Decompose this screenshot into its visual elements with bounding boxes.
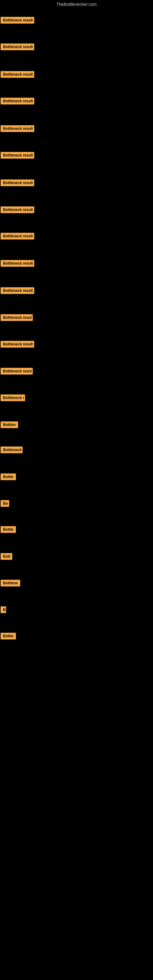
bottleneck-badge-9[interactable]: Bottleneck result	[1, 233, 34, 240]
result-row: Bottleneck result	[1, 98, 34, 106]
bottleneck-badge-19[interactable]: Bo	[1, 500, 9, 507]
site-title: TheBottlenecker.com	[0, 0, 153, 9]
bottleneck-badge-24[interactable]: Bottle	[1, 633, 16, 640]
bottleneck-badge-23[interactable]: B	[1, 606, 6, 613]
bottleneck-badge-13[interactable]: Bottleneck result	[1, 341, 34, 348]
result-row: Bottleneck result	[1, 17, 34, 25]
result-row: Bottleneck	[1, 447, 22, 455]
result-row: Bottleneck result	[1, 287, 34, 295]
result-row: Bottleneck result	[1, 43, 34, 51]
result-row: Bottleneck result	[1, 180, 34, 188]
bottleneck-badge-2[interactable]: Bottleneck result	[1, 43, 34, 50]
result-row: Bottleneck result	[1, 341, 34, 349]
result-row: Bottleneck r	[1, 395, 25, 402]
bottleneck-badge-20[interactable]: Bottle	[1, 526, 16, 533]
result-row: B	[1, 606, 6, 614]
bottleneck-badge-4[interactable]: Bottleneck result	[1, 98, 34, 105]
bottleneck-badge-8[interactable]: Bottleneck result	[1, 207, 34, 213]
result-row: Bottleneck resul	[1, 314, 33, 322]
bottleneck-badge-14[interactable]: Bottleneck resul	[1, 368, 33, 375]
result-row: Bottlen	[1, 422, 18, 430]
bottleneck-badge-15[interactable]: Bottleneck r	[1, 395, 25, 401]
result-row: Bottle	[1, 526, 16, 534]
bottleneck-badge-10[interactable]: Bottleneck result	[1, 260, 34, 267]
bottleneck-badge-16[interactable]: Bottlen	[1, 422, 18, 428]
bottleneck-badge-3[interactable]: Bottleneck result	[1, 71, 34, 78]
result-row: Bottleneck resul	[1, 368, 33, 376]
bottleneck-badge-5[interactable]: Bottleneck result	[1, 125, 34, 132]
bottleneck-badge-6[interactable]: Bottleneck result	[1, 152, 34, 159]
result-row: Bo	[1, 500, 9, 508]
site-title-text: TheBottlenecker.com	[56, 2, 97, 7]
result-row: Bottle	[1, 474, 16, 481]
bottleneck-badge-22[interactable]: Bottlene	[1, 580, 20, 587]
result-row: Bottlene	[1, 580, 20, 588]
result-row: Bottleneck result	[1, 125, 34, 133]
bottleneck-badge-7[interactable]: Bottleneck result	[1, 180, 34, 186]
result-row: Bott	[1, 553, 12, 561]
result-row: Bottleneck result	[1, 233, 34, 241]
result-row: Bottleneck result	[1, 260, 34, 268]
bottleneck-badge-11[interactable]: Bottleneck result	[1, 287, 34, 294]
result-row: Bottleneck result	[1, 71, 34, 79]
bottleneck-badge-1[interactable]: Bottleneck result	[1, 17, 34, 24]
bottleneck-badge-12[interactable]: Bottleneck resul	[1, 314, 33, 321]
result-row: Bottle	[1, 633, 16, 641]
result-row: Bottleneck result	[1, 152, 34, 160]
result-row: Bottleneck result	[1, 207, 34, 215]
bottleneck-badge-18[interactable]: Bottle	[1, 474, 16, 480]
bottleneck-badge-21[interactable]: Bott	[1, 553, 12, 560]
bottleneck-badge-17[interactable]: Bottleneck	[1, 447, 22, 453]
